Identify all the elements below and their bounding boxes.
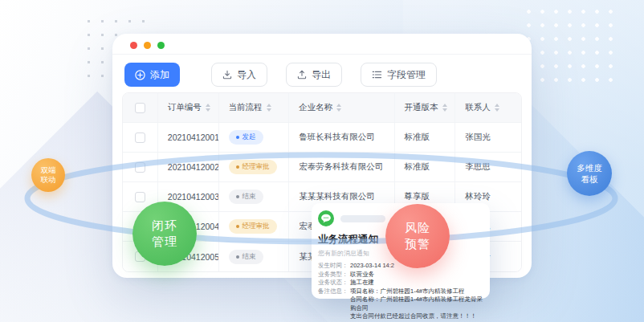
header-cell-checkbox xyxy=(123,93,158,122)
sort-icon[interactable] xyxy=(206,104,210,112)
field-manage-button-label: 字段管理 xyxy=(387,68,426,82)
badge-text: 预警 xyxy=(405,236,430,252)
field-label: 业务状态： xyxy=(318,279,350,287)
status-badge: 发起 xyxy=(229,130,263,145)
export-icon xyxy=(297,70,307,79)
table-row[interactable]: 20210412002 经理审批 宏泰劳务科技有限公司 标准版 李思思 xyxy=(123,153,521,182)
table-row[interactable]: 20210412001 发起 鲁班长科技有限公司 标准版 张国光 xyxy=(123,123,521,153)
cell-company: 宏泰劳务科技有限公司 xyxy=(289,153,394,181)
field-manage-button[interactable]: 字段管理 xyxy=(361,63,437,87)
cell-order-id: 20210412001 xyxy=(158,123,219,152)
select-all-checkbox[interactable] xyxy=(135,103,145,113)
header-label: 开通版本 xyxy=(405,102,438,113)
status-badge: 经理审批 xyxy=(229,219,277,234)
notification-body: 发生时间： 2023-03-14 14:2 业务类型： 联营业务 业务状态： 施… xyxy=(318,262,483,321)
feature-badge-multi-dashboard: 多维度 看板 xyxy=(567,151,612,196)
field-manage-icon xyxy=(372,70,382,79)
feature-badge-closed-loop: 闭环 管理 xyxy=(132,202,197,266)
export-button[interactable]: 导出 xyxy=(286,63,342,87)
badge-text: 双端 xyxy=(41,165,56,175)
remark-line: 支出合同付款已经超过合同收票，请注意！！！ xyxy=(318,312,483,321)
toolbar: 添加 导入 导出 字段管理 xyxy=(124,63,437,87)
header-cell-order-id: 订单编号 xyxy=(158,93,219,122)
page: { "colors": { "accent_blue": "#3d7fff", … xyxy=(0,0,644,322)
cell-company: 鲁班长科技有限公司 xyxy=(289,123,394,152)
row-checkbox[interactable] xyxy=(135,192,145,202)
header-cell-company: 企业名称 xyxy=(289,93,394,122)
field-label: 发生时间： xyxy=(318,262,350,271)
header-label: 订单编号 xyxy=(168,102,202,113)
badge-text: 看板 xyxy=(581,173,598,185)
feature-badge-dual-linkage: 双端 联动 xyxy=(31,158,65,192)
field-value: 施工在建 xyxy=(350,279,483,287)
status-badge: 结束 xyxy=(229,250,263,264)
wechat-icon xyxy=(318,210,334,226)
add-button[interactable]: 添加 xyxy=(124,63,180,87)
badge-text: 多维度 xyxy=(577,162,602,173)
field-label: 业务类型： xyxy=(318,271,350,279)
traffic-light-green-icon[interactable] xyxy=(157,42,165,49)
import-button[interactable]: 导入 xyxy=(211,63,267,87)
sort-icon[interactable] xyxy=(267,104,271,112)
remark-line: 合同名称：广州碧桂园1-4#市内精装修工程龙骨采购合同 xyxy=(318,296,483,312)
header-cell-contact: 联系人 xyxy=(455,93,521,122)
header-label: 企业名称 xyxy=(299,102,332,113)
table-header-row: 订单编号 当前流程 企业名称 开通版本 联系人 xyxy=(123,93,521,123)
cell-contact: 李思思 xyxy=(455,153,521,181)
field-value: 项目名称：广州碧桂园1-4#市内精装修工程 xyxy=(350,287,483,296)
cell-version: 标准版 xyxy=(395,123,456,152)
cell-contact: 张国光 xyxy=(455,123,521,152)
feature-badge-risk-warning: 风险 预警 xyxy=(385,204,450,268)
add-button-label: 添加 xyxy=(150,68,169,82)
placeholder-bar xyxy=(340,215,385,222)
import-button-label: 导入 xyxy=(237,68,256,82)
circle-plus-icon xyxy=(135,70,145,80)
window-titlebar xyxy=(112,34,532,55)
traffic-light-red-icon[interactable] xyxy=(130,42,137,49)
status-badge: 经理审批 xyxy=(229,160,277,174)
row-checkbox[interactable] xyxy=(135,132,145,143)
badge-text: 联动 xyxy=(41,175,56,185)
header-cell-version: 开通版本 xyxy=(395,93,456,122)
sort-icon[interactable] xyxy=(442,104,447,112)
import-icon xyxy=(222,70,232,79)
badge-text: 管理 xyxy=(152,234,177,250)
status-badge: 结束 xyxy=(229,190,263,204)
field-label: 备注信息： xyxy=(318,287,350,296)
field-value: 联营业务 xyxy=(350,271,483,279)
header-cell-flow: 当前流程 xyxy=(219,93,290,122)
sort-icon[interactable] xyxy=(336,104,341,112)
sort-icon[interactable] xyxy=(495,104,499,112)
header-label: 联系人 xyxy=(465,102,491,113)
header-label: 当前流程 xyxy=(229,102,263,113)
traffic-light-yellow-icon[interactable] xyxy=(144,42,151,49)
export-button-label: 导出 xyxy=(312,68,331,82)
row-checkbox[interactable] xyxy=(135,162,145,173)
badge-text: 闭环 xyxy=(152,218,177,234)
cell-order-id: 20210412002 xyxy=(158,153,219,181)
cell-version: 标准版 xyxy=(395,153,456,181)
dot-grid-white xyxy=(522,5,617,84)
badge-text: 风险 xyxy=(405,220,430,236)
